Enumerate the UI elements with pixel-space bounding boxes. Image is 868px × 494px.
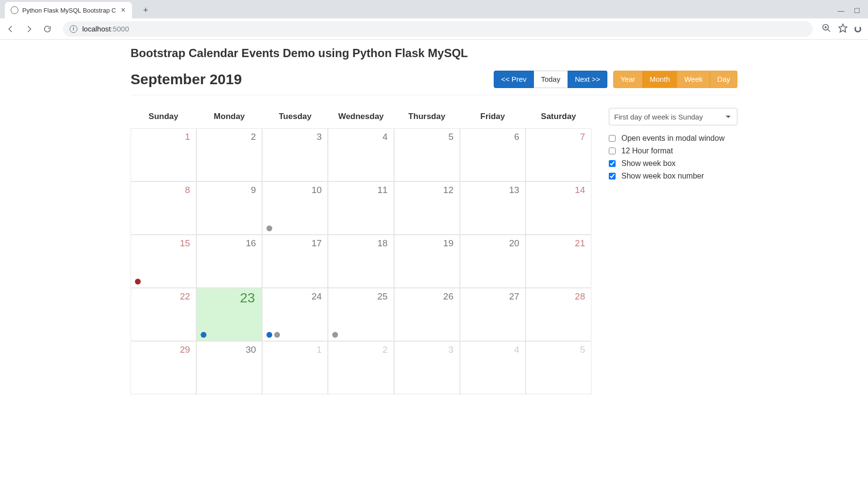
bookmark-icon[interactable]	[838, 23, 848, 34]
calendar-day-cell[interactable]: 23	[196, 288, 262, 341]
weekday-header: Friday	[460, 107, 526, 128]
calendar-day-cell[interactable]: 12	[394, 181, 460, 235]
calendar-day-cell[interactable]: 25	[328, 288, 394, 341]
globe-icon	[11, 6, 18, 14]
new-tab-button[interactable]: +	[139, 3, 152, 17]
zoom-icon[interactable]	[822, 23, 831, 34]
calendar-day-cell[interactable]: 22	[131, 288, 196, 341]
day-number: 1	[317, 344, 322, 355]
close-tab-button[interactable]: ×	[120, 6, 126, 14]
option-row[interactable]: 12 Hour format	[609, 147, 737, 155]
minimize-button[interactable]: —	[838, 7, 844, 15]
view-week-button[interactable]: Week	[677, 71, 710, 88]
weekday-header: Tuesday	[262, 107, 328, 128]
info-icon[interactable]: i	[70, 25, 77, 33]
day-number: 30	[246, 344, 256, 355]
option-row[interactable]: Show week box	[609, 159, 737, 168]
browser-chrome: Python Flask MySQL Bootstrap C × + — ☐ i…	[0, 0, 868, 40]
address-bar[interactable]: i localhost:5000	[63, 21, 813, 37]
event-dot[interactable]	[201, 332, 206, 338]
browser-tab[interactable]: Python Flask MySQL Bootstrap C ×	[5, 2, 132, 18]
day-number: 21	[575, 238, 585, 249]
next-button[interactable]: Next >>	[568, 71, 608, 88]
day-number: 12	[443, 185, 454, 195]
calendar-day-cell[interactable]: 18	[328, 235, 394, 288]
event-dot[interactable]	[135, 279, 141, 284]
view-year-button[interactable]: Year	[613, 71, 642, 88]
calendar-day-cell[interactable]: 1	[131, 128, 196, 181]
calendar-day-cell[interactable]: 13	[460, 181, 526, 235]
calendar-day-cell[interactable]: 29	[131, 341, 196, 394]
calendar-day-cell[interactable]: 4	[328, 128, 394, 181]
reload-button[interactable]	[41, 22, 54, 36]
calendar-day-cell[interactable]: 26	[394, 288, 460, 341]
calendar-day-cell[interactable]: 5	[394, 128, 460, 181]
calendar-day-cell[interactable]: 5	[526, 341, 591, 394]
view-month-button[interactable]: Month	[643, 71, 677, 88]
day-number: 27	[509, 291, 519, 302]
day-number: 2	[251, 132, 256, 142]
event-dot[interactable]	[274, 332, 280, 338]
day-number: 1	[185, 132, 191, 142]
weekday-header: Wednesday	[328, 107, 394, 128]
calendar-day-cell[interactable]: 30	[196, 341, 262, 394]
maximize-button[interactable]: ☐	[854, 7, 860, 15]
day-number: 28	[575, 291, 585, 302]
calendar-day-cell[interactable]: 27	[460, 288, 526, 341]
option-row[interactable]: Open events in modal window	[609, 134, 737, 143]
calendar-day-cell[interactable]: 28	[526, 288, 591, 341]
first-day-select[interactable]: First day of week is Sunday	[609, 108, 737, 125]
option-row[interactable]: Show week box number	[609, 172, 737, 180]
calendar-day-cell[interactable]: 3	[394, 341, 460, 394]
event-dot[interactable]	[266, 225, 272, 231]
calendar-day-cell[interactable]: 10	[262, 181, 328, 235]
svg-marker-4	[839, 24, 847, 32]
calendar-day-cell[interactable]: 20	[460, 235, 526, 288]
option-checkbox[interactable]	[609, 135, 616, 142]
calendar-day-cell[interactable]: 21	[526, 235, 591, 288]
day-number: 3	[448, 344, 454, 355]
calendar-day-cell[interactable]: 19	[394, 235, 460, 288]
calendar-day-cell[interactable]: 11	[328, 181, 394, 235]
calendar-day-cell[interactable]: 4	[460, 341, 526, 394]
calendar-day-cell[interactable]: 16	[196, 235, 262, 288]
day-number: 16	[246, 238, 256, 249]
option-checkbox[interactable]	[609, 160, 616, 167]
calendar-day-cell[interactable]: 6	[460, 128, 526, 181]
nav-button-group: << Prev Today Next >>	[494, 71, 607, 88]
nav-toolbar: i localhost:5000	[0, 18, 868, 40]
calendar-day-cell[interactable]: 3	[262, 128, 328, 181]
calendar-day-cell[interactable]: 1	[262, 341, 328, 394]
loading-icon	[854, 26, 861, 32]
calendar-options-panel: First day of week is Sunday Open events …	[609, 107, 737, 184]
day-number: 20	[509, 238, 519, 249]
calendar-day-cell[interactable]: 2	[328, 341, 394, 394]
option-checkbox[interactable]	[609, 148, 616, 154]
prev-button[interactable]: << Prev	[494, 71, 534, 88]
calendar-day-cell[interactable]: 8	[131, 181, 196, 235]
option-label: Open events in modal window	[621, 134, 724, 143]
calendar-day-cell[interactable]: 24	[262, 288, 328, 341]
forward-button[interactable]	[22, 22, 36, 36]
calendar-day-cell[interactable]: 2	[196, 128, 262, 181]
calendar-day-cell[interactable]: 9	[196, 181, 262, 235]
calendar-day-cell[interactable]: 17	[262, 235, 328, 288]
calendar-day-cell[interactable]: 15	[131, 235, 196, 288]
back-button[interactable]	[4, 22, 17, 36]
url-host: localhost	[82, 25, 111, 33]
tab-bar: Python Flask MySQL Bootstrap C × + — ☐	[0, 0, 868, 18]
today-button[interactable]: Today	[534, 71, 568, 88]
option-checkbox[interactable]	[609, 173, 616, 180]
day-number: 23	[240, 290, 255, 306]
event-dot[interactable]	[332, 332, 338, 338]
event-dot[interactable]	[266, 332, 272, 338]
day-number: 6	[514, 132, 519, 142]
day-number: 3	[317, 132, 322, 142]
page-title: Bootstrap Calendar Events Demo using Pyt…	[131, 46, 737, 60]
view-day-button[interactable]: Day	[710, 71, 737, 88]
calendar-day-cell[interactable]: 14	[526, 181, 591, 235]
calendar-header: September 2019 << Prev Today Next >> Yea…	[131, 71, 737, 88]
day-events	[135, 279, 141, 284]
weekday-header: Monday	[196, 107, 262, 128]
calendar-day-cell[interactable]: 7	[526, 128, 591, 181]
